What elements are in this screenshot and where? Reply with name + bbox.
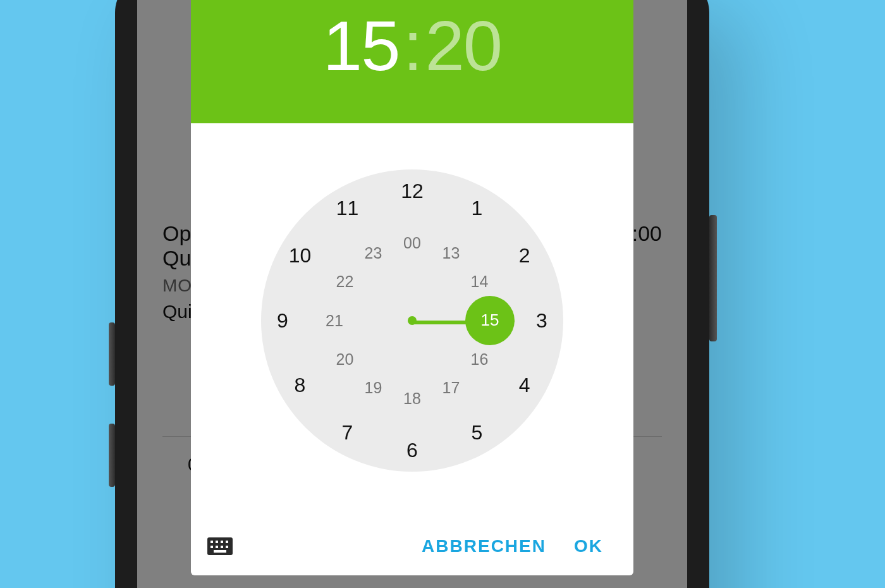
clock-hour-8[interactable]: 8	[295, 374, 306, 397]
clock-hour-23[interactable]: 23	[365, 243, 382, 262]
time-picker-dialog: 15 : 20 15 12123456789101100131416171819…	[191, 0, 633, 575]
clock-hour-18[interactable]: 18	[403, 389, 421, 407]
time-separator: :	[403, 11, 421, 82]
clock-hour-4[interactable]: 4	[519, 374, 530, 397]
clock-hour-21[interactable]: 21	[326, 311, 343, 329]
clock-hour-6[interactable]: 6	[406, 438, 418, 462]
phone-side-button	[109, 322, 115, 386]
ok-button[interactable]: OK	[560, 530, 617, 563]
clock-hour-10[interactable]: 10	[289, 244, 312, 267]
clock-hour-15[interactable]: 15	[465, 296, 515, 345]
time-picker-footer: ABBRECHEN OK	[191, 517, 633, 575]
clock-hour-3[interactable]: 3	[536, 309, 547, 332]
clock-hour-9[interactable]: 9	[277, 309, 288, 332]
phone-screen: Op Qui MO Qui :00 08:30 12:05 15 : 20 15	[137, 0, 687, 588]
clock-hour-5[interactable]: 5	[472, 421, 483, 444]
clock-hour-7[interactable]: 7	[342, 421, 353, 444]
time-picker-header: 15 : 20	[191, 0, 633, 123]
clock-center	[408, 316, 417, 325]
cancel-button[interactable]: ABBRECHEN	[408, 530, 560, 563]
selected-minute[interactable]: 20	[425, 11, 502, 82]
clock-face[interactable]: 15 1212345678910110013141617181920212223	[261, 169, 563, 472]
time-picker-body: 15 1212345678910110013141617181920212223	[191, 123, 633, 517]
selected-hour[interactable]: 15	[323, 11, 400, 82]
phone-side-button	[109, 424, 115, 487]
clock-hour-17[interactable]: 17	[442, 379, 460, 397]
clock-hour-00[interactable]: 00	[403, 233, 421, 252]
clock-hour-13[interactable]: 13	[442, 243, 460, 262]
clock-hour-11[interactable]: 11	[336, 196, 359, 219]
clock-hour-20[interactable]: 20	[336, 350, 354, 369]
clock-hour-2[interactable]: 2	[519, 244, 530, 267]
keyboard-icon[interactable]	[207, 537, 233, 555]
clock-hour-19[interactable]: 19	[365, 379, 382, 397]
clock-hour-1[interactable]: 1	[472, 196, 483, 219]
phone-side-button	[709, 215, 717, 341]
clock-hour-14[interactable]: 14	[471, 273, 489, 291]
clock-hour-16[interactable]: 16	[471, 350, 489, 369]
phone-frame: Op Qui MO Qui :00 08:30 12:05 15 : 20 15	[115, 0, 709, 588]
clock-hour-12[interactable]: 12	[401, 179, 424, 202]
clock-hour-22[interactable]: 22	[336, 273, 354, 291]
